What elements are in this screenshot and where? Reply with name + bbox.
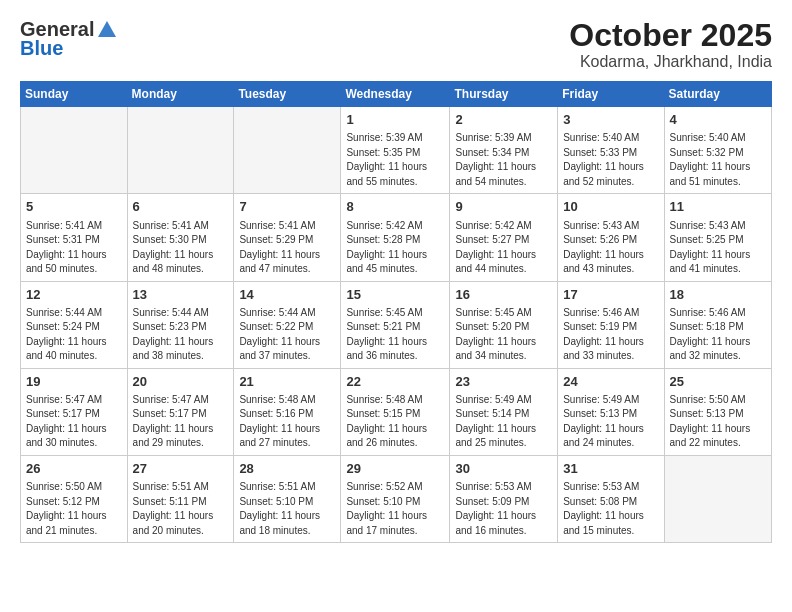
calendar-week-row: 1Sunrise: 5:39 AMSunset: 5:35 PMDaylight… — [21, 107, 772, 194]
cell-info-text: Sunrise: 5:42 AMSunset: 5:28 PMDaylight:… — [346, 219, 444, 277]
logo-icon — [96, 19, 118, 41]
cell-info-text: Sunrise: 5:53 AMSunset: 5:08 PMDaylight:… — [563, 480, 658, 538]
table-row: 26Sunrise: 5:50 AMSunset: 5:12 PMDayligh… — [21, 455, 128, 542]
calendar-week-row: 12Sunrise: 5:44 AMSunset: 5:24 PMDayligh… — [21, 281, 772, 368]
table-row: 14Sunrise: 5:44 AMSunset: 5:22 PMDayligh… — [234, 281, 341, 368]
table-row: 15Sunrise: 5:45 AMSunset: 5:21 PMDayligh… — [341, 281, 450, 368]
cell-info-text: Sunrise: 5:49 AMSunset: 5:13 PMDaylight:… — [563, 393, 658, 451]
table-row: 12Sunrise: 5:44 AMSunset: 5:24 PMDayligh… — [21, 281, 128, 368]
table-row: 17Sunrise: 5:46 AMSunset: 5:19 PMDayligh… — [558, 281, 664, 368]
table-row: 9Sunrise: 5:42 AMSunset: 5:27 PMDaylight… — [450, 194, 558, 281]
cell-info-text: Sunrise: 5:41 AMSunset: 5:30 PMDaylight:… — [133, 219, 229, 277]
cell-info-text: Sunrise: 5:39 AMSunset: 5:34 PMDaylight:… — [455, 131, 552, 189]
cell-info-text: Sunrise: 5:52 AMSunset: 5:10 PMDaylight:… — [346, 480, 444, 538]
cell-date-number: 15 — [346, 286, 444, 304]
cell-info-text: Sunrise: 5:47 AMSunset: 5:17 PMDaylight:… — [26, 393, 122, 451]
table-row: 11Sunrise: 5:43 AMSunset: 5:25 PMDayligh… — [664, 194, 771, 281]
cell-date-number: 25 — [670, 373, 766, 391]
table-row: 4Sunrise: 5:40 AMSunset: 5:32 PMDaylight… — [664, 107, 771, 194]
table-row: 21Sunrise: 5:48 AMSunset: 5:16 PMDayligh… — [234, 368, 341, 455]
calendar-week-row: 26Sunrise: 5:50 AMSunset: 5:12 PMDayligh… — [21, 455, 772, 542]
table-row: 13Sunrise: 5:44 AMSunset: 5:23 PMDayligh… — [127, 281, 234, 368]
cell-info-text: Sunrise: 5:42 AMSunset: 5:27 PMDaylight:… — [455, 219, 552, 277]
col-sunday: Sunday — [21, 82, 128, 107]
table-row: 10Sunrise: 5:43 AMSunset: 5:26 PMDayligh… — [558, 194, 664, 281]
cell-date-number: 19 — [26, 373, 122, 391]
cell-date-number: 7 — [239, 198, 335, 216]
cell-info-text: Sunrise: 5:48 AMSunset: 5:16 PMDaylight:… — [239, 393, 335, 451]
cell-info-text: Sunrise: 5:53 AMSunset: 5:09 PMDaylight:… — [455, 480, 552, 538]
table-row: 23Sunrise: 5:49 AMSunset: 5:14 PMDayligh… — [450, 368, 558, 455]
cell-date-number: 8 — [346, 198, 444, 216]
table-row: 7Sunrise: 5:41 AMSunset: 5:29 PMDaylight… — [234, 194, 341, 281]
cell-info-text: Sunrise: 5:47 AMSunset: 5:17 PMDaylight:… — [133, 393, 229, 451]
cell-date-number: 26 — [26, 460, 122, 478]
cell-date-number: 14 — [239, 286, 335, 304]
calendar-header-row: Sunday Monday Tuesday Wednesday Thursday… — [21, 82, 772, 107]
table-row: 18Sunrise: 5:46 AMSunset: 5:18 PMDayligh… — [664, 281, 771, 368]
cell-info-text: Sunrise: 5:45 AMSunset: 5:21 PMDaylight:… — [346, 306, 444, 364]
cell-info-text: Sunrise: 5:46 AMSunset: 5:18 PMDaylight:… — [670, 306, 766, 364]
cell-info-text: Sunrise: 5:44 AMSunset: 5:24 PMDaylight:… — [26, 306, 122, 364]
table-row: 19Sunrise: 5:47 AMSunset: 5:17 PMDayligh… — [21, 368, 128, 455]
cell-date-number: 31 — [563, 460, 658, 478]
cell-info-text: Sunrise: 5:40 AMSunset: 5:32 PMDaylight:… — [670, 131, 766, 189]
cell-info-text: Sunrise: 5:44 AMSunset: 5:22 PMDaylight:… — [239, 306, 335, 364]
cell-date-number: 16 — [455, 286, 552, 304]
cell-date-number: 5 — [26, 198, 122, 216]
page: General Blue October 2025 Kodarma, Jhark… — [0, 0, 792, 612]
svg-marker-0 — [98, 21, 116, 37]
cell-date-number: 21 — [239, 373, 335, 391]
table-row: 27Sunrise: 5:51 AMSunset: 5:11 PMDayligh… — [127, 455, 234, 542]
cell-date-number: 20 — [133, 373, 229, 391]
table-row: 20Sunrise: 5:47 AMSunset: 5:17 PMDayligh… — [127, 368, 234, 455]
cell-info-text: Sunrise: 5:40 AMSunset: 5:33 PMDaylight:… — [563, 131, 658, 189]
calendar-week-row: 19Sunrise: 5:47 AMSunset: 5:17 PMDayligh… — [21, 368, 772, 455]
cell-date-number: 3 — [563, 111, 658, 129]
table-row: 2Sunrise: 5:39 AMSunset: 5:34 PMDaylight… — [450, 107, 558, 194]
cell-date-number: 1 — [346, 111, 444, 129]
cell-date-number: 23 — [455, 373, 552, 391]
col-monday: Monday — [127, 82, 234, 107]
table-row — [664, 455, 771, 542]
table-row — [127, 107, 234, 194]
cell-date-number: 30 — [455, 460, 552, 478]
cell-date-number: 29 — [346, 460, 444, 478]
table-row: 8Sunrise: 5:42 AMSunset: 5:28 PMDaylight… — [341, 194, 450, 281]
table-row: 25Sunrise: 5:50 AMSunset: 5:13 PMDayligh… — [664, 368, 771, 455]
table-row — [234, 107, 341, 194]
calendar-table: Sunday Monday Tuesday Wednesday Thursday… — [20, 81, 772, 543]
cell-info-text: Sunrise: 5:45 AMSunset: 5:20 PMDaylight:… — [455, 306, 552, 364]
cell-info-text: Sunrise: 5:50 AMSunset: 5:13 PMDaylight:… — [670, 393, 766, 451]
cell-info-text: Sunrise: 5:49 AMSunset: 5:14 PMDaylight:… — [455, 393, 552, 451]
cell-info-text: Sunrise: 5:43 AMSunset: 5:25 PMDaylight:… — [670, 219, 766, 277]
calendar-subtitle: Kodarma, Jharkhand, India — [569, 53, 772, 71]
table-row: 24Sunrise: 5:49 AMSunset: 5:13 PMDayligh… — [558, 368, 664, 455]
cell-date-number: 17 — [563, 286, 658, 304]
table-row: 3Sunrise: 5:40 AMSunset: 5:33 PMDaylight… — [558, 107, 664, 194]
table-row: 16Sunrise: 5:45 AMSunset: 5:20 PMDayligh… — [450, 281, 558, 368]
cell-date-number: 13 — [133, 286, 229, 304]
cell-info-text: Sunrise: 5:46 AMSunset: 5:19 PMDaylight:… — [563, 306, 658, 364]
table-row: 29Sunrise: 5:52 AMSunset: 5:10 PMDayligh… — [341, 455, 450, 542]
cell-date-number: 27 — [133, 460, 229, 478]
col-tuesday: Tuesday — [234, 82, 341, 107]
logo: General Blue — [20, 18, 118, 60]
cell-date-number: 9 — [455, 198, 552, 216]
calendar-week-row: 5Sunrise: 5:41 AMSunset: 5:31 PMDaylight… — [21, 194, 772, 281]
table-row: 1Sunrise: 5:39 AMSunset: 5:35 PMDaylight… — [341, 107, 450, 194]
cell-info-text: Sunrise: 5:41 AMSunset: 5:29 PMDaylight:… — [239, 219, 335, 277]
cell-date-number: 10 — [563, 198, 658, 216]
title-block: October 2025 Kodarma, Jharkhand, India — [569, 18, 772, 71]
cell-date-number: 18 — [670, 286, 766, 304]
cell-info-text: Sunrise: 5:41 AMSunset: 5:31 PMDaylight:… — [26, 219, 122, 277]
cell-info-text: Sunrise: 5:44 AMSunset: 5:23 PMDaylight:… — [133, 306, 229, 364]
table-row: 5Sunrise: 5:41 AMSunset: 5:31 PMDaylight… — [21, 194, 128, 281]
cell-info-text: Sunrise: 5:50 AMSunset: 5:12 PMDaylight:… — [26, 480, 122, 538]
table-row: 6Sunrise: 5:41 AMSunset: 5:30 PMDaylight… — [127, 194, 234, 281]
cell-info-text: Sunrise: 5:51 AMSunset: 5:10 PMDaylight:… — [239, 480, 335, 538]
cell-info-text: Sunrise: 5:48 AMSunset: 5:15 PMDaylight:… — [346, 393, 444, 451]
table-row — [21, 107, 128, 194]
col-wednesday: Wednesday — [341, 82, 450, 107]
cell-date-number: 24 — [563, 373, 658, 391]
